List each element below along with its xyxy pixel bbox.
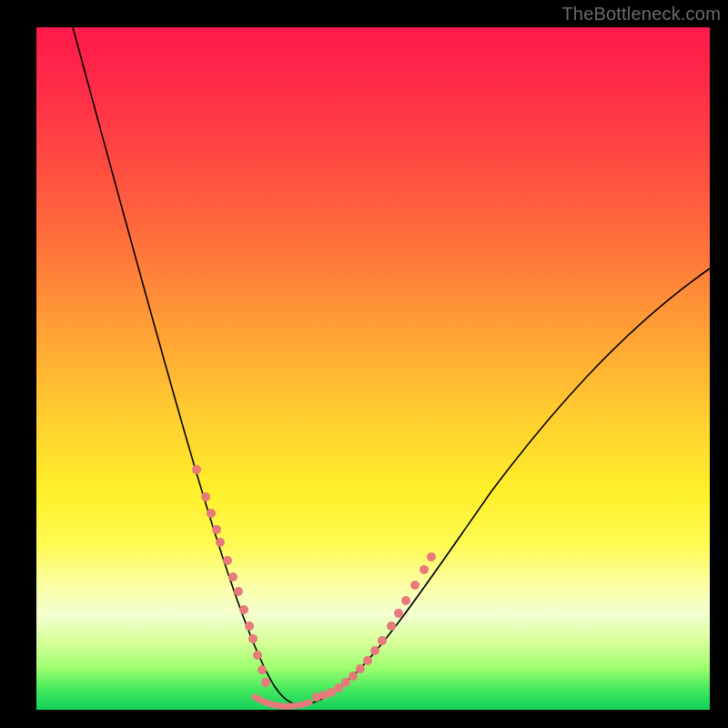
dot bbox=[239, 605, 248, 614]
dot bbox=[410, 581, 420, 590]
dot bbox=[253, 651, 262, 660]
dot bbox=[420, 565, 429, 574]
plot-area bbox=[36, 27, 710, 710]
dot bbox=[370, 646, 379, 655]
dot bbox=[223, 556, 232, 565]
dot bbox=[216, 538, 225, 547]
dot bbox=[334, 683, 343, 693]
dot bbox=[258, 665, 267, 674]
dot bbox=[192, 465, 201, 474]
dot bbox=[341, 678, 350, 687]
dot bbox=[248, 634, 258, 643]
dot bbox=[212, 525, 221, 534]
flat-zone bbox=[255, 697, 309, 706]
dot bbox=[349, 672, 358, 681]
dot bbox=[261, 678, 270, 687]
dot bbox=[207, 509, 216, 518]
dot bbox=[363, 656, 372, 665]
dot bbox=[387, 622, 396, 631]
dot bbox=[234, 587, 243, 596]
chart-frame: TheBottleneck.com bbox=[0, 0, 728, 728]
dot bbox=[245, 622, 254, 631]
dot bbox=[356, 664, 365, 673]
curve-svg bbox=[36, 27, 710, 710]
dots-group bbox=[192, 465, 436, 702]
dot bbox=[201, 492, 210, 501]
bottleneck-curve bbox=[73, 27, 710, 704]
dot bbox=[401, 596, 410, 605]
dot bbox=[427, 552, 436, 561]
watermark-text: TheBottleneck.com bbox=[561, 4, 721, 25]
dot bbox=[228, 572, 238, 581]
dot bbox=[394, 609, 403, 618]
dot bbox=[378, 636, 387, 645]
